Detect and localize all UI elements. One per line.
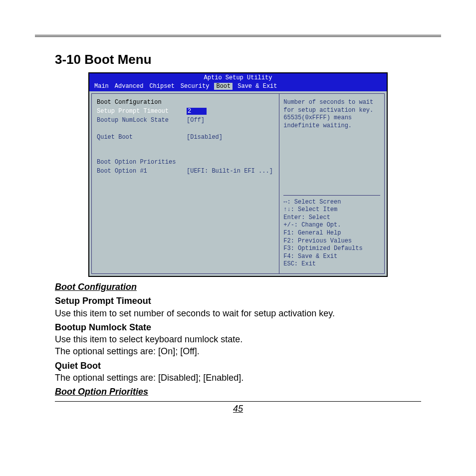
doc-quiet-boot-heading: Quiet Boot — [55, 360, 421, 372]
hint-enter: Enter: Select — [283, 214, 380, 222]
quiet-boot-row[interactable]: Quiet Boot [Disabled] — [97, 134, 274, 141]
bios-help-text: Number of seconds to wait for setup acti… — [283, 99, 380, 130]
numlock-value[interactable]: [Off] — [187, 117, 274, 124]
doc-boot-priorities-heading: Boot Option Priorities — [55, 386, 421, 398]
bios-tab-boot[interactable]: Boot — [214, 83, 233, 90]
quiet-boot-label: Quiet Boot — [97, 134, 187, 141]
section-heading: 3-10 Boot Menu — [55, 52, 441, 67]
setup-prompt-row[interactable]: Setup Prompt Timeout 2 — [97, 108, 274, 115]
boot-option-1-label: Boot Option #1 — [97, 168, 187, 175]
doc-numlock-body2: The optional settings are: [On]; [Off]. — [55, 346, 200, 356]
bios-tab-save-exit[interactable]: Save & Exit — [237, 83, 278, 90]
boot-option-1-row[interactable]: Boot Option #1 [UEFI: Built-in EFI ...] — [97, 168, 274, 175]
bios-body: Boot Configuration Setup Prompt Timeout … — [89, 91, 387, 276]
hint-f4: F4: Save & Exit — [283, 253, 380, 261]
doc-numlock-heading: Bootup Numlock State — [55, 321, 421, 333]
boot-priorities-heading: Boot Option Priorities — [97, 159, 274, 166]
doc-numlock-body1: Use this item to select keyboard numlock… — [55, 334, 242, 344]
bios-tab-security[interactable]: Security — [180, 83, 211, 90]
boot-option-1-value[interactable]: [UEFI: Built-in EFI ...] — [187, 168, 274, 175]
quiet-boot-value[interactable]: [Disabled] — [187, 134, 274, 141]
bios-tab-chipset[interactable]: Chipset — [148, 83, 175, 90]
bios-tab-main[interactable]: Main — [93, 83, 110, 90]
bios-screenshot: Aptio Setup Utility Main Advanced Chipse… — [88, 72, 388, 277]
hint-f2: F2: Previous Values — [283, 238, 380, 245]
bios-left-panel: Boot Configuration Setup Prompt Timeout … — [91, 93, 279, 274]
hint-change-opt: +/-: Change Opt. — [283, 222, 380, 230]
bottom-rule — [55, 401, 421, 402]
setup-prompt-value[interactable]: 2 — [187, 108, 207, 115]
bios-right-panel: Number of seconds to wait for setup acti… — [279, 93, 385, 274]
manual-page: 3-10 Boot Menu Aptio Setup Utility Main … — [0, 0, 476, 476]
page-number: 45 — [35, 404, 441, 414]
hint-select-screen: ↔: Select Screen — [283, 199, 380, 207]
doc-setup-prompt-heading: Setup Prompt Timeout — [55, 295, 421, 307]
setup-prompt-label: Setup Prompt Timeout — [97, 108, 187, 115]
doc-setup-prompt-body: Use this item to set number of seconds t… — [55, 308, 335, 318]
boot-config-heading: Boot Configuration — [97, 99, 274, 106]
bios-key-hints: ↔: Select Screen ↑↓: Select Item Enter: … — [283, 195, 380, 268]
doc-boot-config-heading: Boot Configuration — [55, 281, 421, 293]
doc-description: Boot Configuration Setup Prompt Timeout … — [55, 281, 421, 398]
numlock-row[interactable]: Bootup NumLock State [Off] — [97, 117, 274, 124]
top-double-rule — [35, 35, 441, 37]
hint-esc: ESC: Exit — [283, 260, 380, 268]
hint-select-item: ↑↓: Select Item — [283, 206, 380, 214]
bios-tab-advanced[interactable]: Advanced — [114, 83, 145, 90]
numlock-label: Bootup NumLock State — [97, 117, 187, 124]
doc-quiet-boot-body: The optional settings are: [Disabled]; [… — [55, 373, 243, 383]
hint-f3: F3: Optimized Defaults — [283, 245, 380, 253]
bios-tab-bar: Main Advanced Chipset Security Boot Save… — [89, 82, 387, 91]
bios-title-bar: Aptio Setup Utility — [89, 73, 387, 82]
hint-f1: F1: General Help — [283, 230, 380, 238]
